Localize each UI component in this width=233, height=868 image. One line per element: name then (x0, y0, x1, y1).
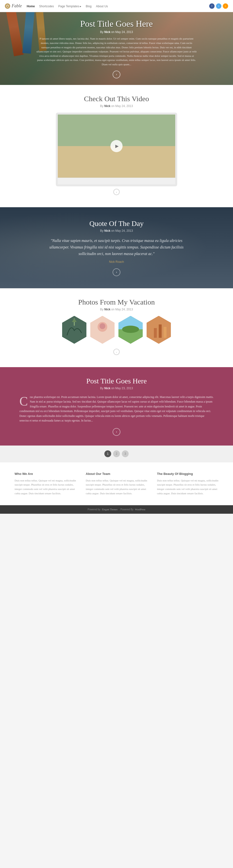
footer-widget-3-title: The Beauty Of Blogging (157, 472, 219, 476)
footer-widget-3-text: Duis non tellus tellus. Quisque vel mi m… (157, 478, 219, 496)
hexagon-grid (14, 316, 219, 344)
rss-icon[interactable]: r (223, 3, 228, 9)
footer-widget-1-text: Duis non tellus tellus. Quisque vel mi m… (14, 478, 76, 496)
hex-photo-1[interactable] (62, 316, 86, 344)
facebook-icon[interactable]: f (209, 3, 214, 9)
footer-powered-by: Powered by (88, 508, 100, 511)
navigation: Fable Home Shortcodes Page Templates ▸ B… (0, 0, 233, 12)
social-icons: f t r (209, 3, 228, 9)
video-post-title: Check Out This Video (20, 95, 213, 103)
svg-point-7 (122, 326, 139, 333)
quote-byline: By Nick on May 24, 2013 (24, 229, 209, 232)
footer-widget-1-title: Who We Are (14, 472, 76, 476)
footer-widgets: Who We Are Duis non tellus tellus. Quisq… (0, 462, 233, 505)
hero-title: Post Title Goes Here (36, 19, 197, 29)
footer-widget-2-text: Duis non tellus tellus. Quisque vel mi m… (86, 478, 147, 496)
logo-icon (5, 3, 10, 9)
dark-post-section: Post Title Goes Here By Nick on May 23, … (0, 367, 233, 445)
photos-byline: By Nick on May 24, 2013 (14, 308, 219, 311)
hero-section: Post Title Goes Here By Nick on May 24, … (0, 12, 233, 85)
hero-text: P laesent sit amet libero turpis, nec la… (36, 37, 197, 66)
footer-theme-link[interactable]: Elegant Themes (102, 508, 118, 511)
video-next-arrow[interactable]: › (113, 189, 120, 195)
hex-photo-2[interactable] (90, 316, 115, 344)
logo[interactable]: Fable (5, 3, 22, 9)
footer-widget-2: About Our Team Duis non tellus tellus. Q… (86, 472, 147, 496)
hex-photo-3-image (118, 316, 143, 344)
footer-widget-2-title: About Our Team (86, 472, 147, 476)
quote-section: Quote Of The Day By Nick on May 24, 2013… (0, 207, 233, 288)
page-2-button[interactable]: 2 (113, 451, 120, 457)
play-button[interactable] (111, 140, 122, 152)
hex-photo-4-image (147, 316, 171, 344)
dark-post-title: Post Title Goes Here (20, 377, 213, 385)
photos-next-arrow[interactable]: › (113, 349, 120, 355)
footer-widget-3: The Beauty Of Blogging Duis non tellus t… (157, 472, 219, 496)
photos-title: Photos From My Vacation (14, 298, 219, 306)
nav-menu: Home Shortcodes Page Templates ▸ Blog Ab… (27, 4, 209, 8)
svg-point-4 (99, 323, 105, 329)
hex-photo-4[interactable] (147, 316, 171, 344)
hex-photo-1-image (62, 316, 86, 344)
footer-bar: Powered by Elegant Themes . Powered By W… (0, 505, 233, 514)
drop-cap: C (20, 396, 28, 406)
hex-photo-2-image (90, 316, 115, 344)
page-1-button[interactable]: 1 (105, 451, 111, 457)
svg-rect-9 (154, 328, 157, 338)
nav-item-shortcodes[interactable]: Shortcodes (39, 4, 54, 8)
nav-item-page-templates[interactable]: Page Templates ▸ (58, 4, 81, 8)
quote-author: Nick Roach (24, 260, 209, 264)
footer-widget-1: Who We Are Duis non tellus tellus. Quisq… (14, 472, 76, 496)
nav-item-blog[interactable]: Blog (86, 4, 91, 8)
pagination: 1 2 3 (0, 445, 233, 462)
page-3-button[interactable]: 3 (122, 451, 128, 457)
video-post-byline: By Nick on May 24, 2013 (20, 104, 213, 108)
footer-cms-link[interactable]: WordPress (135, 508, 145, 511)
quote-title: Quote Of The Day (24, 219, 209, 228)
nav-item-home[interactable]: Home (27, 4, 35, 8)
svg-rect-11 (164, 327, 167, 338)
svg-rect-10 (159, 324, 162, 338)
video-thumbnail[interactable] (58, 115, 175, 178)
hero-content: Post Title Goes Here By Nick on May 24, … (32, 14, 201, 83)
logo-text: Fable (12, 3, 22, 8)
hex-photo-3[interactable] (118, 316, 143, 344)
twitter-icon[interactable]: t (216, 3, 221, 9)
video-bar (58, 178, 175, 184)
photos-section: Photos From My Vacation By Nick on May 2… (0, 288, 233, 367)
video-post-section: Check Out This Video By Nick on May 24, … (0, 85, 233, 207)
dark-post-text: C ras pharetra scelerisque est. Proin ac… (20, 395, 213, 423)
dark-post-byline: By Nick on May 23, 2013 (20, 386, 213, 390)
dark-post-next-arrow[interactable]: › (113, 428, 120, 436)
video-container (56, 113, 177, 186)
quote-text: "Nulla vitae sapien mauris, et suscipit … (44, 237, 189, 257)
quote-next-arrow[interactable]: › (113, 268, 120, 276)
hero-byline: By Nick on May 24, 2013 (36, 30, 197, 34)
nav-item-about[interactable]: About Us (96, 4, 108, 8)
hero-next-arrow[interactable]: › (113, 71, 120, 79)
footer-powered-by-2: . Powered By (119, 508, 133, 511)
